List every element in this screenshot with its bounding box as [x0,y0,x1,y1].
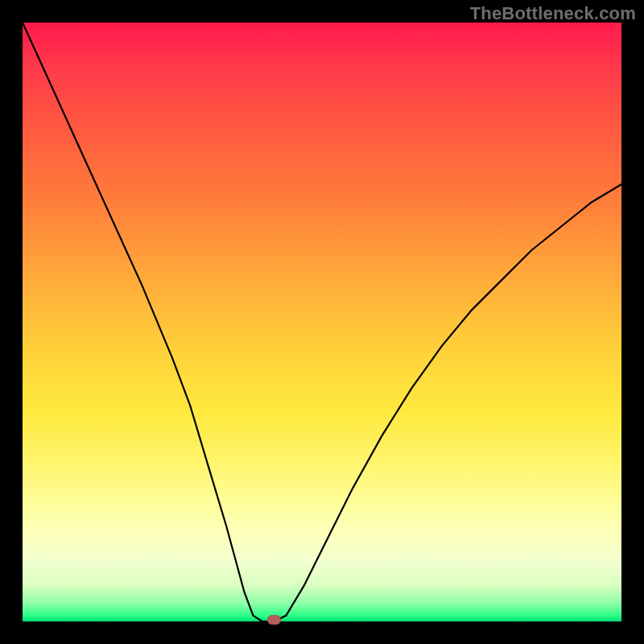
chart-frame: TheBottleneck.com [0,0,644,644]
watermark-text: TheBottleneck.com [470,3,636,24]
plot-area [23,23,621,621]
bottleneck-curve-path [23,23,621,621]
min-marker [267,615,281,625]
bottleneck-curve-svg [23,23,621,621]
